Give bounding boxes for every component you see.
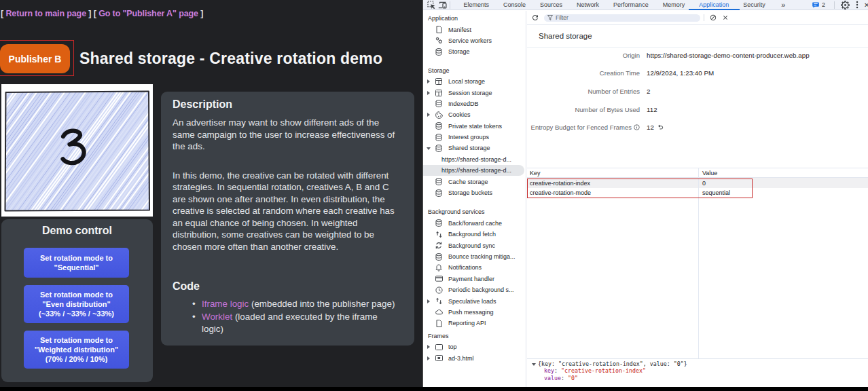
sidebar-item-background-fetch[interactable]: Background fetch <box>423 229 526 240</box>
sidebar-item-storage[interactable]: Storage <box>423 46 526 57</box>
issues-counter[interactable]: 2 <box>812 1 825 8</box>
value-column-header[interactable]: Value <box>698 170 717 176</box>
metadata-value: 112 <box>647 106 657 113</box>
devtools-window: Elements Console Sources Network Perform… <box>422 0 868 387</box>
metadata-label: Creation Time <box>527 69 640 77</box>
key-column-header[interactable]: Key <box>527 170 698 176</box>
devtools-menu-icon[interactable] <box>852 1 863 9</box>
sidebar-item-service-workers[interactable]: Service workers <box>423 35 526 46</box>
sidebar-item-manifest[interactable]: Manifest <box>423 24 526 35</box>
tabbar-separator <box>450 1 450 9</box>
collapse-icon[interactable] <box>532 360 538 367</box>
metadata-row-entries: Number of Entries 2 <box>527 82 868 100</box>
sidebar-item-payment-handler[interactable]: Payment handler <box>423 274 526 284</box>
table-icon <box>435 89 443 97</box>
tab-network[interactable]: Network <box>570 0 607 10</box>
sidebar-item-label: Storage buckets <box>448 189 492 196</box>
refresh-icon[interactable] <box>531 14 539 22</box>
sidebar-item-private-state-tokens[interactable]: Private state tokens <box>423 121 526 132</box>
set-sequential-button[interactable]: Set rotation mode to "Sequential" <box>24 248 129 278</box>
expand-icon[interactable] <box>426 78 431 85</box>
document-icon <box>435 319 443 327</box>
description-title: Description <box>173 98 403 111</box>
inspect-element-icon[interactable] <box>426 1 437 10</box>
sidebar-item-background-sync[interactable]: Background sync <box>423 240 526 250</box>
sidebar-item-shared-storage-origin-1[interactable]: https://shared-storage-d... <box>423 154 526 165</box>
sidebar-item-reporting-api[interactable]: Reporting API <box>423 318 526 329</box>
sidebar-item-shared-storage[interactable]: Shared storage <box>423 143 526 153</box>
database-icon <box>435 133 443 141</box>
sidebar-item-bounce-tracking[interactable]: Bounce tracking mitiga... <box>423 251 526 262</box>
preview-prop-value: value "0" <box>527 375 868 382</box>
sidebar-item-cookies[interactable]: Cookies <box>423 109 526 120</box>
sidebar-item-label: Push messaging <box>448 309 494 316</box>
bracket: ] [ <box>86 9 98 18</box>
shared-storage-panel: Filter Shared storage Origin https://sha… <box>527 11 868 387</box>
database-icon <box>435 48 443 56</box>
sidebar-item-push-messaging[interactable]: Push messaging <box>423 307 526 318</box>
iframe-logic-link[interactable]: Iframe logic <box>202 299 249 309</box>
tab-performance[interactable]: Performance <box>607 0 656 10</box>
reset-budget-icon[interactable] <box>657 124 664 130</box>
sidebar-item-label: Storage <box>448 48 470 55</box>
device-toolbar-icon[interactable] <box>437 1 448 10</box>
sidebar-item-label: Shared storage <box>448 145 490 151</box>
expand-icon[interactable] <box>426 90 431 96</box>
description-panel: Description An advertiser may want to sh… <box>161 92 414 346</box>
sidebar-item-indexeddb[interactable]: IndexedDB <box>423 98 526 109</box>
delete-icon[interactable] <box>722 14 729 21</box>
publisher-a-link[interactable]: Go to "Publisher A" page <box>98 9 198 18</box>
toolbar-separator <box>704 14 704 21</box>
tab-memory[interactable]: Memory <box>655 0 692 10</box>
tab-sources[interactable]: Sources <box>533 0 570 10</box>
set-weighted-distribution-button[interactable]: Set rotation mode to "Weighted distribut… <box>24 331 129 369</box>
sidebar-item-frame-top[interactable]: top <box>423 341 526 352</box>
expand-icon[interactable] <box>426 343 431 350</box>
tab-application[interactable]: Application <box>692 0 736 10</box>
sidebar-item-label: Background sync <box>448 242 495 249</box>
collapse-icon[interactable] <box>426 145 431 151</box>
clear-icon[interactable] <box>710 14 717 21</box>
expand-icon[interactable] <box>426 355 431 362</box>
sidebar-item-storage-buckets[interactable]: Storage buckets <box>423 187 526 198</box>
expand-icon[interactable] <box>426 298 431 305</box>
worklet-link[interactable]: Worklet <box>202 312 232 322</box>
settings-gear-icon[interactable] <box>839 1 850 10</box>
return-main-page-link[interactable]: Return to main page <box>5 9 86 18</box>
preview-value-value: "0" <box>568 375 578 381</box>
more-tabs-button[interactable]: » <box>772 1 795 9</box>
tab-security[interactable]: Security <box>736 0 773 10</box>
expand-icon[interactable] <box>426 111 431 118</box>
sidebar-item-label: https://shared-storage-d... <box>441 156 511 163</box>
metadata-row-origin: Origin https://shared-storage-demo-conte… <box>527 46 868 64</box>
devtools-close-icon[interactable]: ✕ <box>864 1 868 9</box>
sidebar-item-label: Notifications <box>448 264 482 271</box>
sidebar-item-session-storage[interactable]: Session storage <box>423 87 526 98</box>
sidebar-item-speculative-loads[interactable]: Speculative loads <box>423 295 526 306</box>
sidebar-item-interest-groups[interactable]: Interest groups <box>423 132 526 143</box>
sidebar-item-label: Private state tokens <box>448 123 502 130</box>
ad-creative-image <box>1 84 153 217</box>
sidebar-header-background-services: Background services <box>423 206 526 217</box>
tab-label-application: Application <box>699 1 729 8</box>
info-icon[interactable] <box>634 124 640 130</box>
tab-elements[interactable]: Elements <box>456 0 496 10</box>
sidebar-item-label: Local storage <box>448 78 485 85</box>
sidebar-item-periodic-background-sync[interactable]: Periodic background s... <box>423 284 526 295</box>
tab-console[interactable]: Console <box>496 0 533 10</box>
preview-summary[interactable]: {key: "creative-rotation-index", value: … <box>527 359 868 367</box>
code-links-list: Iframe logic (embedded into the publishe… <box>173 298 403 336</box>
metadata-value: 12 <box>647 124 654 131</box>
filter-input[interactable]: Filter <box>544 14 700 22</box>
database-icon <box>435 100 443 108</box>
sidebar-item-cache-storage[interactable]: Cache storage <box>423 176 526 187</box>
sidebar-item-shared-storage-origin-2[interactable]: https://shared-storage-d... <box>423 165 524 176</box>
sidebar-item-notifications[interactable]: Notifications <box>423 262 526 273</box>
sidebar-item-frame-ad3[interactable]: ad-3.html <box>423 352 526 363</box>
sidebar-item-back-forward-cache[interactable]: Back/forward cache <box>423 218 526 229</box>
metadata-label: Entropy Budget for Fenced Frames <box>531 124 632 131</box>
sidebar-item-local-storage[interactable]: Local storage <box>423 76 526 87</box>
section-gap <box>423 198 526 206</box>
set-even-distribution-button[interactable]: Set rotation mode to "Even distribution"… <box>24 285 129 323</box>
metadata-row-bytes: Number of Bytes Used 112 <box>527 100 868 119</box>
